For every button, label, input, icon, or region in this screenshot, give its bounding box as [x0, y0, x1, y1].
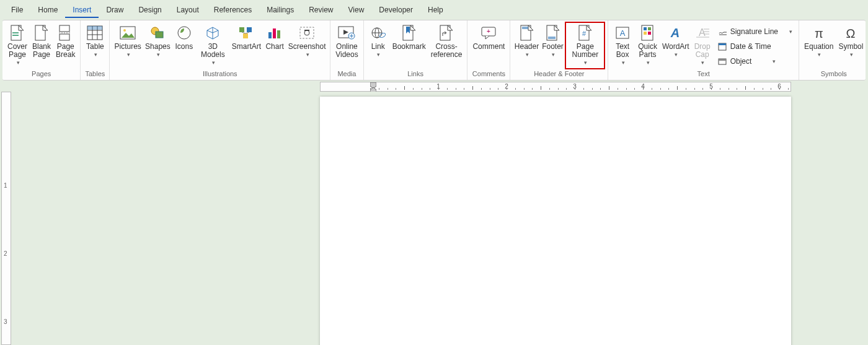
blank-page-button[interactable]: Blank Page — [30, 22, 53, 59]
ruler-tick — [524, 88, 525, 90]
group-header-footer: Header▾ Footer▾ # Page Number ▾ Header &… — [510, 20, 608, 80]
table-button[interactable]: Table▾ — [83, 22, 107, 59]
blank-page-icon — [32, 24, 51, 41]
object-button[interactable]: Object ▾ — [715, 55, 795, 68]
svg-rect-4 — [60, 25, 69, 32]
tab-help[interactable]: Help — [420, 2, 451, 18]
ruler-tick — [592, 88, 593, 90]
svg-rect-48 — [644, 27, 647, 30]
object-label: Object — [730, 57, 752, 66]
svg-rect-20 — [243, 33, 248, 38]
tab-references[interactable]: References — [206, 2, 259, 18]
comment-button[interactable]: + Comment — [470, 22, 507, 51]
tab-mailings[interactable]: Mailings — [259, 2, 301, 18]
chart-label: Chart — [265, 43, 283, 51]
vruler-number: 1 — [4, 182, 7, 189]
vruler-number: 2 — [4, 250, 7, 257]
tab-review[interactable]: Review — [301, 2, 340, 18]
equation-button[interactable]: π Equation▾ — [802, 22, 836, 59]
vertical-ruler[interactable]: 123 — [1, 92, 11, 345]
svg-text:#: # — [582, 30, 587, 37]
svg-point-27 — [304, 30, 309, 35]
group-label-tables: Tables — [83, 70, 107, 79]
wordart-button[interactable]: A WordArt▾ — [661, 22, 691, 59]
ruler-tick — [652, 88, 652, 90]
svg-rect-60 — [719, 43, 726, 45]
svg-text:A: A — [670, 26, 680, 40]
indent-marker[interactable] — [370, 82, 376, 92]
signature-line-button[interactable]: Signature Line ▾ — [715, 25, 795, 38]
ruler-number: 4 — [641, 83, 645, 90]
tab-insert[interactable]: Insert — [65, 2, 99, 18]
date-time-button[interactable]: Date & Time — [715, 40, 795, 53]
tab-home[interactable]: Home — [30, 2, 65, 18]
3d-models-button[interactable]: 3D Models ▾ — [196, 22, 230, 67]
svg-text:π: π — [815, 27, 823, 40]
tab-design[interactable]: Design — [131, 2, 169, 18]
svg-rect-18 — [239, 27, 244, 32]
svg-rect-1 — [12, 32, 19, 33]
tab-file[interactable]: File — [4, 2, 30, 18]
ruler-tick — [379, 88, 379, 90]
smartart-button[interactable]: SmartArt — [230, 22, 263, 51]
tab-draw[interactable]: Draw — [99, 2, 131, 18]
group-tables: Table▾ Tables — [81, 20, 110, 80]
bookmark-button[interactable]: Bookmark — [390, 22, 428, 51]
svg-rect-12 — [87, 26, 102, 30]
group-pages: Cover Page▾ Blank Page Page Break Pages — [2, 20, 81, 80]
shapes-button[interactable]: Shapes▾ — [143, 22, 172, 59]
ruler-tick — [788, 88, 789, 90]
3d-models-icon — [203, 24, 222, 41]
ruler-number: 6 — [777, 83, 781, 90]
group-comments: + Comment Comments — [467, 20, 510, 80]
cross-reference-icon — [437, 24, 456, 41]
vruler-number: 3 — [4, 318, 7, 325]
tab-developer[interactable]: Developer — [371, 2, 420, 18]
ruler-tick — [763, 88, 763, 90]
icons-button[interactable]: Icons — [172, 22, 196, 51]
ruler-tick — [686, 88, 686, 90]
text-box-label: Text Box — [616, 42, 629, 59]
date-time-icon — [718, 41, 728, 51]
screenshot-button[interactable]: Screenshot▾ — [286, 22, 327, 59]
online-videos-label: Online Videos — [335, 43, 358, 59]
ruler-tick — [396, 88, 396, 90]
page-break-button[interactable]: Page Break — [53, 22, 78, 59]
link-icon — [369, 24, 388, 41]
table-label: Table — [86, 42, 104, 51]
cover-page-button[interactable]: Cover Page▾ — [5, 22, 30, 67]
ruler-tick — [430, 88, 430, 90]
svg-rect-50 — [644, 32, 647, 35]
quick-parts-button[interactable]: Quick Parts ▾ — [634, 22, 661, 67]
drop-cap-button[interactable]: A Drop Cap ▾ — [691, 22, 714, 67]
ruler-tick — [404, 86, 405, 90]
cross-reference-button[interactable]: Cross- reference — [428, 22, 465, 59]
icons-icon — [175, 24, 193, 41]
ruler-tick — [618, 88, 618, 90]
online-videos-button[interactable]: Online Videos — [333, 22, 360, 59]
tab-view[interactable]: View — [341, 2, 372, 18]
svg-rect-24 — [273, 28, 276, 38]
text-box-button[interactable]: A Text Box ▾ — [611, 22, 634, 67]
ruler-tick — [498, 88, 498, 90]
ruler-tick — [609, 86, 609, 90]
link-button[interactable]: Link▾ — [366, 22, 390, 59]
chart-button[interactable]: Chart — [263, 22, 286, 51]
cross-reference-label: Cross- reference — [431, 43, 463, 59]
tab-layout[interactable]: Layout — [169, 2, 206, 18]
header-button[interactable]: Header▾ — [513, 22, 540, 59]
footer-button[interactable]: Footer▾ — [541, 22, 565, 59]
group-label-pages: Pages — [5, 70, 78, 79]
ruler-tick — [532, 88, 533, 90]
bookmark-label: Bookmark — [392, 43, 426, 51]
table-icon — [86, 24, 104, 41]
smartart-label: SmartArt — [232, 43, 261, 51]
ruler-number: 1 — [436, 83, 440, 90]
pictures-button[interactable]: Pictures▾ — [112, 22, 143, 59]
page-number-button[interactable]: # Page Number ▾ — [565, 22, 605, 69]
symbol-button[interactable]: Ω Symbol▾ — [836, 22, 866, 59]
group-label-illustrations: Illustrations — [112, 70, 327, 79]
document-page[interactable] — [320, 97, 791, 345]
horizontal-ruler[interactable]: 123456 — [320, 82, 791, 92]
ruler-tick — [481, 88, 482, 90]
